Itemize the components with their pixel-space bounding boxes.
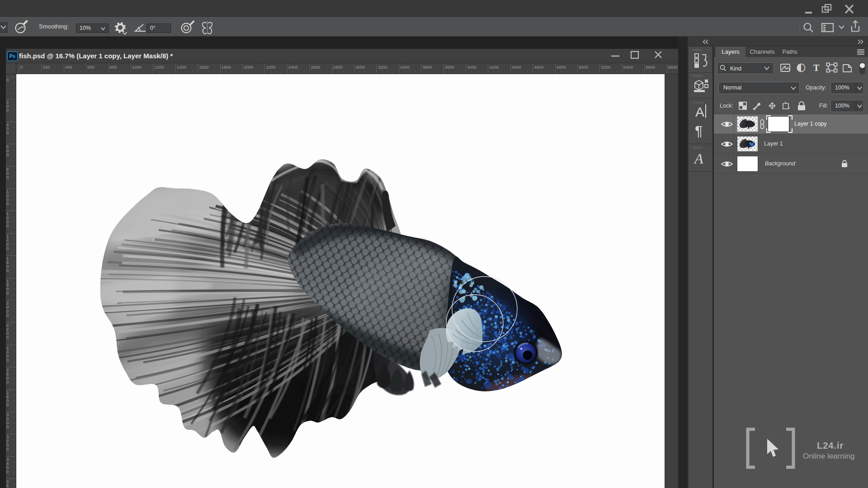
svg-text:Propert: Propert (692, 74, 703, 78)
svg-text:Charact: Charact (692, 101, 703, 104)
svg-text:Online learning: Online learning (803, 452, 854, 460)
svg-text:T: T (813, 63, 820, 73)
svg-text:L24.ir: L24.ir (817, 441, 844, 450)
svg-text:A: A (695, 104, 704, 119)
svg-text:Glyphs: Glyphs (692, 146, 702, 150)
svg-text:A: A (693, 150, 703, 167)
svg-text:History: History (692, 48, 702, 52)
svg-text:¶: ¶ (695, 123, 703, 139)
